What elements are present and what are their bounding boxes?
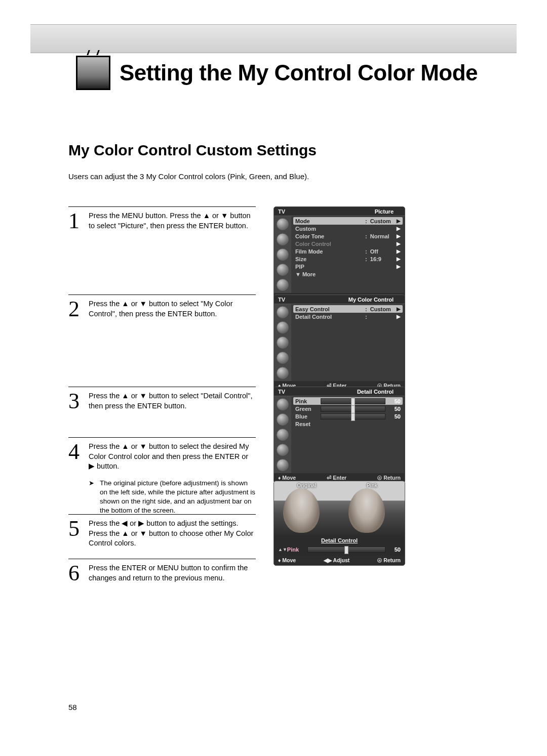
osd-label: Film Mode bbox=[295, 248, 365, 255]
osd-label: Color Tone bbox=[295, 233, 365, 239]
step-text: Press the ◀ or ▶ button to adjust the se… bbox=[89, 519, 256, 549]
osd-value: Off bbox=[365, 248, 395, 255]
preview-label-adjusted: Pink bbox=[339, 483, 405, 488]
osd-row-pink[interactable]: Pink 50 bbox=[293, 397, 403, 405]
osd-row-color-control: Color Control ▶ bbox=[293, 240, 403, 247]
chevron-right-icon: ▶ bbox=[395, 233, 401, 239]
slider-thumb[interactable] bbox=[351, 413, 355, 421]
sidebar-icon bbox=[277, 279, 289, 291]
osd-row-mode[interactable]: Mode Custom ▶ bbox=[293, 217, 403, 225]
osd-label: Mode bbox=[295, 218, 365, 224]
osd-label: PIP bbox=[295, 264, 365, 270]
preview-label-original: Original bbox=[274, 483, 339, 488]
osd-picture: TV Picture Mode Custom ▶ bbox=[274, 206, 405, 303]
osd-value: 50 bbox=[388, 398, 401, 404]
step-text: Press the MENU button. Press the ▲ or ▼ … bbox=[89, 211, 256, 231]
osd-my-color-control: TV My Color Control Easy Control Custom … bbox=[274, 295, 405, 391]
sidebar-icon bbox=[277, 398, 289, 410]
chevron-right-icon: ▶ bbox=[395, 306, 401, 312]
slider[interactable] bbox=[321, 413, 385, 419]
preview-footer: ♦ Move ◀▶ Adjust ⦾ Return bbox=[274, 556, 405, 565]
step-4-note: The original picture (before adjustment)… bbox=[89, 479, 256, 516]
sidebar-icon bbox=[277, 321, 289, 333]
osd-value: 50 bbox=[388, 413, 401, 419]
osd-row-detail-control[interactable]: Detail Control : ▶ bbox=[293, 313, 403, 320]
sidebar-icon bbox=[277, 337, 289, 349]
sidebar-icon bbox=[277, 233, 289, 245]
osd-label: Color Control bbox=[295, 241, 365, 247]
step-text: Press the ▲ or ▼ button to select "Detai… bbox=[89, 391, 256, 411]
page-number: 58 bbox=[68, 703, 77, 711]
slider-thumb[interactable] bbox=[351, 405, 355, 413]
osd-label: Easy Control bbox=[295, 306, 365, 312]
slider[interactable] bbox=[307, 547, 385, 553]
osd-detail-control: TV Detail Control Pink 50 bbox=[274, 387, 405, 483]
step-5: 5 Press the ◀ or ▶ button to adjust the … bbox=[68, 514, 256, 549]
osd-preview: Original Pink Detail Control ▲▼ Pink 50 … bbox=[274, 481, 405, 566]
osd-sidebar bbox=[274, 396, 291, 473]
slider[interactable] bbox=[321, 406, 385, 412]
osd-value: 50 bbox=[388, 406, 401, 412]
step-6: 6 Press the ENTER or MENU button to conf… bbox=[68, 559, 256, 583]
osd-row-green[interactable]: Green 50 bbox=[293, 405, 403, 412]
osd-label: Reset bbox=[295, 421, 401, 427]
preview-value: 50 bbox=[388, 547, 401, 553]
step-4: 4 Press the ▲ or ▼ button to select the … bbox=[68, 437, 256, 516]
osd-value: Custom bbox=[365, 306, 395, 312]
osd-label: Pink bbox=[295, 398, 318, 404]
tv-icon bbox=[76, 56, 110, 90]
preview-slider-row: ▲▼ Pink 50 bbox=[274, 545, 405, 556]
osd-title: Detail Control bbox=[350, 389, 401, 395]
preview-title: Detail Control bbox=[274, 536, 405, 545]
sidebar-icon bbox=[277, 264, 289, 276]
osd-row-film-mode[interactable]: Film Mode Off ▶ bbox=[293, 247, 403, 255]
step-3: 3 Press the ▲ or ▼ button to select "Det… bbox=[68, 387, 256, 411]
slider[interactable] bbox=[321, 398, 385, 404]
step-text: Press the ▲ or ▼ button to select the de… bbox=[89, 442, 256, 516]
osd-row-blue[interactable]: Blue 50 bbox=[293, 412, 403, 420]
step-1: 1 Press the MENU button. Press the ▲ or … bbox=[68, 206, 256, 231]
preview-adjusted: Pink bbox=[339, 481, 405, 536]
osd-title: Picture bbox=[368, 208, 401, 215]
step-number: 3 bbox=[68, 391, 84, 411]
step-number: 2 bbox=[68, 299, 84, 319]
sidebar-icon bbox=[277, 413, 289, 426]
step-number: 6 bbox=[68, 563, 84, 583]
sidebar-icon bbox=[277, 352, 289, 364]
osd-label: Custom bbox=[295, 226, 365, 232]
step-number: 5 bbox=[68, 519, 84, 549]
footer-adjust: Adjust bbox=[333, 557, 350, 563]
osd-row-size[interactable]: Size 16:9 ▶ bbox=[293, 255, 403, 263]
osd-label: Detail Control bbox=[295, 314, 365, 320]
osd-value: Normal bbox=[365, 233, 395, 239]
osd-label: Size bbox=[295, 256, 365, 262]
osd-row-easy-control[interactable]: Easy Control Custom ▶ bbox=[293, 305, 403, 313]
sidebar-icon bbox=[277, 248, 289, 261]
osd-row-more[interactable]: ▼ More bbox=[293, 270, 403, 278]
step-text: Press the ENTER or MENU button to confir… bbox=[89, 563, 256, 583]
step-number: 1 bbox=[68, 211, 84, 231]
intro-text: Users can adjust the 3 My Color Control … bbox=[68, 172, 309, 181]
sidebar-icon bbox=[277, 306, 289, 318]
slider-thumb[interactable] bbox=[344, 546, 348, 554]
osd-value: 16:9 bbox=[365, 256, 395, 262]
chevron-right-icon: ▶ bbox=[395, 218, 401, 224]
step-text: Press the ▲ or ▼ button to select "My Co… bbox=[89, 299, 256, 319]
slider-thumb[interactable] bbox=[351, 398, 355, 406]
osd-tv-label: TV bbox=[278, 208, 285, 215]
step-2: 2 Press the ▲ or ▼ button to select "My … bbox=[68, 295, 256, 319]
preview-original: Original bbox=[274, 481, 339, 536]
chevron-right-icon: ▶ bbox=[395, 314, 401, 319]
footer-enter: Enter bbox=[333, 475, 346, 481]
osd-sidebar bbox=[274, 216, 291, 293]
osd-row-custom[interactable]: Custom ▶ bbox=[293, 225, 403, 232]
osd-row-color-tone[interactable]: Color Tone Normal ▶ bbox=[293, 232, 403, 240]
footer-return: Return bbox=[383, 557, 401, 563]
osd-row-pip[interactable]: PIP ▶ bbox=[293, 263, 403, 270]
osd-row-reset[interactable]: Reset bbox=[293, 420, 403, 428]
step-number: 4 bbox=[68, 442, 84, 516]
osd-label: ▼ More bbox=[295, 271, 401, 277]
osd-label: Green bbox=[295, 406, 318, 412]
chevron-right-icon: ▶ bbox=[395, 241, 401, 246]
osd-title: My Color Control bbox=[341, 297, 401, 303]
